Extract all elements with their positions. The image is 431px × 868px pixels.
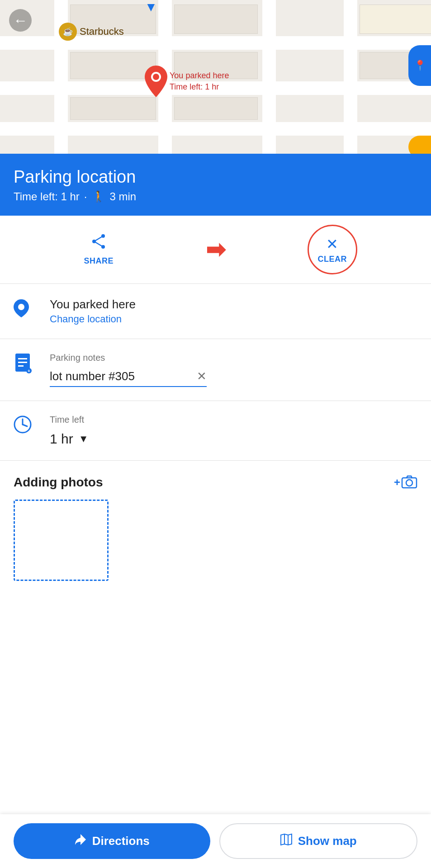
parking-header: Parking location Time left: 1 hr · 🚶 3 m… <box>0 154 431 216</box>
dropdown-arrow-icon: ▼ <box>79 433 89 445</box>
share-button[interactable]: SHARE <box>0 229 198 270</box>
share-icon <box>90 233 107 253</box>
notes-label: Parking notes <box>50 353 207 363</box>
back-button[interactable]: ← <box>9 9 32 32</box>
photos-section: Adding photos + <box>0 461 431 594</box>
parking-header-subtitle: Time left: 1 hr · 🚶 3 min <box>14 190 417 203</box>
pin-text: You parked here Time left: 1 hr <box>170 70 229 93</box>
actions-container: SHARE ➡ ✕ CLEAR <box>0 216 431 284</box>
svg-point-1 <box>153 74 159 80</box>
add-photo-button[interactable]: + <box>394 474 417 491</box>
svg-rect-9 <box>18 358 27 359</box>
svg-line-5 <box>94 236 103 241</box>
clear-circle-highlight: ✕ CLEAR <box>308 225 357 274</box>
svg-line-16 <box>23 425 27 426</box>
walk-icon: 🚶 <box>92 190 105 203</box>
pin-svg <box>145 66 167 97</box>
starbucks-marker: ☕ Starbucks <box>59 23 124 41</box>
photos-title: Adding photos <box>14 475 103 490</box>
photos-header: Adding photos + <box>14 474 417 491</box>
notes-input-wrapper: ✕ <box>50 369 207 387</box>
parking-header-title: Parking location <box>14 167 417 187</box>
time-dropdown[interactable]: 1 hr ▼ <box>50 431 88 447</box>
svg-point-18 <box>406 480 412 486</box>
show-map-label: Show map <box>298 834 357 848</box>
parked-here-text: You parked here <box>50 297 417 311</box>
parked-here-content: You parked here Change location <box>50 297 417 325</box>
time-value: 1 hr <box>50 431 73 447</box>
time-section: Time left 1 hr ▼ <box>0 401 431 461</box>
parking-pin: You parked here Time left: 1 hr <box>145 66 167 97</box>
time-left-text: Time left: 1 hr <box>14 190 80 203</box>
clear-icon: ✕ <box>326 236 338 253</box>
starbucks-icon: ☕ <box>59 23 77 41</box>
time-label: Time left <box>50 415 88 425</box>
map-icon <box>280 833 293 849</box>
location-icon <box>14 299 36 321</box>
actions-row: SHARE ➡ ✕ CLEAR <box>0 216 431 284</box>
map-orange-badge <box>408 136 431 154</box>
change-location-link[interactable]: Change location <box>50 313 417 325</box>
svg-text:+: + <box>28 368 30 373</box>
separator: · <box>84 190 87 203</box>
directions-button[interactable]: Directions <box>14 823 210 859</box>
directions-nav-icon <box>74 833 87 849</box>
clear-button[interactable]: ✕ CLEAR <box>234 225 431 274</box>
bottom-spacer <box>0 594 431 644</box>
walk-time: 3 min <box>110 190 137 203</box>
notes-icon: + <box>14 354 32 375</box>
notes-section: + Parking notes ✕ <box>0 339 431 401</box>
starbucks-label: Starbucks <box>80 26 124 38</box>
blue-location-pin: ▼ <box>145 0 157 14</box>
share-label: SHARE <box>84 256 114 266</box>
arrow-annotation: ➡ <box>206 236 226 263</box>
svg-rect-10 <box>18 362 27 363</box>
time-content: Time left 1 hr ▼ <box>50 415 88 447</box>
camera-icon <box>401 474 417 491</box>
svg-point-7 <box>18 304 24 310</box>
show-map-button[interactable]: Show map <box>219 823 418 859</box>
map-blue-badge: 📍 <box>408 45 431 86</box>
map-view: ← ▼ ☕ Starbucks You parked here Time lef… <box>0 0 431 154</box>
clock-icon <box>14 415 32 435</box>
photo-placeholder[interactable] <box>14 500 109 581</box>
directions-label: Directions <box>92 834 150 848</box>
bottom-bar: Directions Show map <box>0 814 431 868</box>
add-photo-plus: + <box>394 476 400 489</box>
svg-rect-11 <box>18 365 24 367</box>
notes-input[interactable] <box>50 369 197 383</box>
clear-label: CLEAR <box>318 255 347 264</box>
notes-clear-icon[interactable]: ✕ <box>197 369 207 383</box>
parked-here-section: You parked here Change location <box>0 284 431 339</box>
svg-marker-19 <box>281 834 292 845</box>
notes-content: Parking notes ✕ <box>50 353 207 387</box>
svg-line-6 <box>94 241 103 247</box>
